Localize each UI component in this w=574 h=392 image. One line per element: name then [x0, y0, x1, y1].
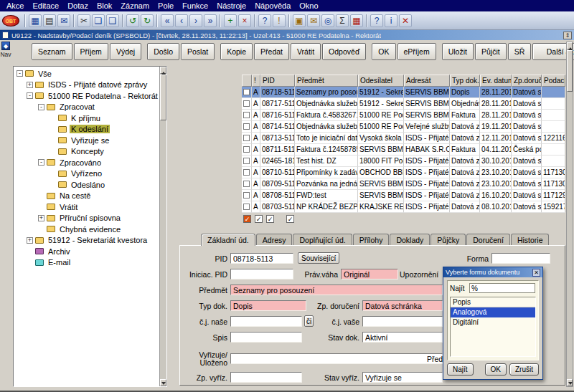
dialog-ok-button[interactable]: OK — [485, 363, 507, 376]
expand-icon[interactable] — [27, 82, 33, 88]
iniciac-pid-field[interactable] — [230, 269, 293, 279]
header-alert[interactable]: ! — [252, 75, 260, 87]
undo-icon[interactable]: ↺ — [126, 14, 139, 27]
scroll-down-icon[interactable] — [567, 379, 573, 386]
tree-item-vratit[interactable]: Vrátit — [15, 201, 158, 213]
execute-query-icon[interactable]: ! — [273, 14, 286, 27]
poslat-button[interactable]: Poslat — [181, 43, 215, 60]
collapse-icon[interactable] — [27, 92, 33, 99]
dialog-cancel-button[interactable]: Zrušit — [509, 363, 539, 376]
tab-doruceni[interactable]: Doručení — [466, 234, 510, 245]
table-row[interactable]: A08709-5113Pozvánka na jednáníSERVIS BBM… — [242, 178, 565, 190]
table-row[interactable]: A08711-5113Faktura č.12458785SERVIS BBM … — [242, 144, 565, 156]
tab-doplnujici-udaje[interactable]: Doplňující úd. — [293, 234, 352, 245]
tab-adresy[interactable]: Adresy — [256, 234, 293, 245]
row-checkbox[interactable] — [243, 192, 250, 199]
souvisejici-button[interactable]: Související — [298, 252, 339, 264]
tree-item-chybna-evidence[interactable]: Chybná evidence — [15, 224, 158, 235]
tree-item-vyrizeno[interactable]: Vyřízeno — [15, 168, 158, 180]
tree-item-odeslano[interactable]: Odesláno — [15, 179, 158, 191]
paste-icon[interactable]: ❑ — [106, 14, 119, 27]
tree-item-email[interactable]: E-mail — [15, 257, 158, 269]
redo-icon[interactable]: ↻ — [141, 14, 154, 27]
typ-dok-field[interactable] — [230, 300, 306, 311]
spis-field[interactable] — [230, 332, 302, 343]
header-odesilatel[interactable]: Odesílatel — [358, 75, 404, 87]
next-record-icon[interactable]: › — [189, 14, 202, 27]
row-checkbox[interactable] — [243, 123, 250, 130]
menu-nastroje[interactable]: Nástroje — [212, 0, 250, 11]
table-row[interactable]: A08717-5113Objednávka služeb51912 - Sekr… — [242, 98, 565, 110]
filter-checkbox[interactable] — [255, 215, 263, 223]
prev-record-icon[interactable]: ‹ — [175, 14, 188, 27]
pid-field[interactable] — [230, 253, 293, 264]
tree-item-51000-podatelna[interactable]: 51000 RE Podatelna - Rektorát — [15, 90, 158, 102]
tree-item-k-odeslani[interactable]: K odeslání — [15, 124, 158, 135]
expand-icon[interactable] — [38, 215, 44, 221]
table-row[interactable]: A08718-5113Seznamy pro posouze51912 - Se… — [242, 87, 565, 98]
tree-item-k-prijmu[interactable]: K příjmu — [15, 113, 158, 124]
row-checkbox[interactable] — [243, 158, 250, 164]
row-checkbox[interactable] — [243, 146, 250, 153]
table-row[interactable]: A02465-1813Test hist. DZ18000 FIT Podate… — [242, 156, 565, 167]
pujcit-button[interactable]: Půjčit — [475, 43, 507, 60]
eprijem-button[interactable]: ePříjem — [397, 43, 436, 60]
header-pid[interactable]: PID — [260, 75, 295, 87]
close-icon[interactable]: ✕ — [532, 269, 540, 277]
dialog-list-item-analogova[interactable]: Analogová — [451, 307, 535, 317]
row-checkbox[interactable] — [243, 181, 250, 187]
cj-nase-field[interactable] — [230, 316, 302, 327]
row-checkbox[interactable] — [243, 169, 250, 176]
info-icon[interactable]: i — [385, 14, 397, 27]
copy-icon[interactable]: ❏ — [92, 14, 105, 27]
row-checkbox[interactable] — [243, 135, 250, 141]
collapse-icon[interactable] — [38, 159, 44, 166]
calendar-icon[interactable]: ▦ — [350, 14, 363, 27]
dialog-find-button[interactable]: Najít — [447, 363, 474, 376]
row-checkbox[interactable] — [243, 204, 250, 210]
stav-dok-field[interactable] — [362, 332, 443, 343]
dialog-search-input[interactable] — [469, 283, 535, 293]
search-icon[interactable]: ◎ — [321, 14, 334, 27]
vratit-button[interactable]: Vrátit — [291, 43, 321, 60]
tree-item-na-ceste[interactable]: Na cestě — [15, 191, 158, 202]
print-icon[interactable]: ▤ — [43, 14, 56, 27]
tab-prilohy[interactable]: Přílohy — [353, 234, 390, 245]
tree-item-vse[interactable]: Vše — [15, 68, 158, 80]
cj-lookup-button[interactable]: či — [304, 315, 314, 327]
tab-historie[interactable]: Historie — [511, 234, 550, 245]
menu-dotaz[interactable]: Dotaz — [63, 0, 93, 11]
vyrizuje-field[interactable] — [230, 353, 443, 364]
kopie-button[interactable]: Kopie — [220, 43, 253, 60]
scrollbar-thumb[interactable] — [567, 50, 573, 92]
menu-blok[interactable]: Blok — [93, 0, 116, 11]
predat-button[interactable]: Předat — [254, 43, 289, 60]
exit-icon[interactable]: ✕ — [399, 14, 412, 27]
cj-vase-field[interactable] — [362, 316, 443, 327]
tree-item-vyrizuje-se[interactable]: Vyřizuje se — [15, 135, 158, 146]
ulozit-button[interactable]: Uložit — [442, 43, 474, 60]
header-predmet[interactable]: Předmět — [295, 75, 358, 87]
sigma-icon[interactable]: Σ — [336, 14, 349, 27]
vydej-button[interactable]: Výdej — [110, 43, 141, 60]
stav-vyriz-field[interactable] — [362, 372, 443, 383]
table-row[interactable]: A08716-5113Faktura č.4583267151000 RE Po… — [242, 110, 565, 121]
odpoved-button[interactable]: Odpověď — [322, 43, 366, 60]
menu-akce[interactable]: Akce — [2, 0, 28, 11]
scrollbar-thumb[interactable] — [160, 75, 166, 120]
doslo-button[interactable]: Došlo — [147, 43, 179, 60]
tree-item-prirucni-spisovna[interactable]: Příruční spisovna — [15, 213, 158, 224]
tree-scrollbar[interactable] — [159, 67, 166, 386]
menu-napoveda[interactable]: Nápověda — [250, 0, 295, 11]
window-scrollbar[interactable] — [566, 42, 573, 387]
table-row[interactable]: A08703-5113NP KRÁDEŽ BEZPEČKRAJSKE REDIT… — [242, 201, 565, 213]
nav-diamond-icon[interactable]: ◆ — [1, 42, 10, 50]
menu-editace[interactable]: Editace — [28, 0, 63, 11]
table-row[interactable]: A08714-5113Objednávka služeb51000 RE Pod… — [242, 121, 565, 133]
tree-item-koncepty[interactable]: Koncepty — [15, 146, 158, 158]
save-icon[interactable]: ▦ — [29, 14, 42, 27]
folder-icon[interactable]: ▣ — [293, 14, 306, 27]
menu-funkce[interactable]: Funkce — [178, 0, 212, 11]
table-row[interactable]: A08708-5113FWD:testSERVIS BBM (IČOISDS -… — [242, 190, 565, 201]
tree-item-isds[interactable]: ISDS - Přijaté datové zprávy — [15, 80, 158, 91]
